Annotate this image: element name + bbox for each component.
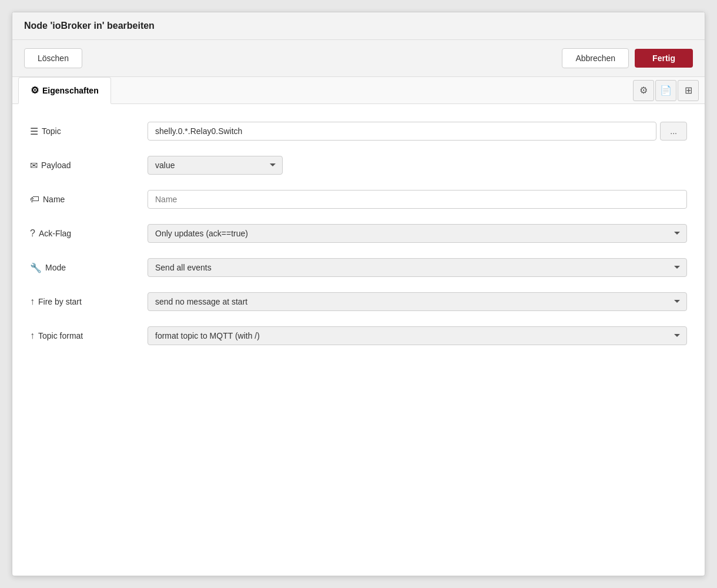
tab-gear-icon: ⚙ [31, 85, 39, 96]
topic-format-label: ↑ Topic format [30, 330, 148, 341]
mode-icon: 🔧 [30, 262, 42, 273]
form-row-ack-flag: ? Ack-Flag Only updates (ack==true) All … [30, 224, 687, 243]
topic-ellipsis-button[interactable]: ... [660, 122, 687, 141]
form-row-name: 🏷 Name [30, 190, 687, 209]
form-row-topic-format: ↑ Topic format format topic to MQTT (wit… [30, 326, 687, 345]
fire-by-start-label: ↑ Fire by start [30, 296, 148, 307]
tabs-actions: ⚙ 📄 ⊞ [633, 80, 699, 101]
dialog-toolbar: Löschen Abbrechen Fertig [12, 40, 705, 77]
fire-by-start-icon: ↑ [30, 296, 35, 307]
dialog-container: Node 'ioBroker in' bearbeiten Löschen Ab… [12, 12, 705, 576]
mode-control-group: Send all events Send only changed Send o… [148, 258, 687, 277]
topic-format-label-text: Topic format [38, 331, 83, 340]
properties-content: ☰ Topic ... ✉ Payload value state json b… [12, 104, 705, 378]
topic-format-icon: ↑ [30, 330, 35, 341]
delete-button[interactable]: Löschen [24, 48, 82, 68]
ack-flag-icon: ? [30, 228, 35, 239]
mode-label: 🔧 Mode [30, 262, 148, 273]
ack-flag-label: ? Ack-Flag [30, 228, 148, 239]
topic-icon: ☰ [30, 126, 38, 137]
payload-control-group: value state json boolean string number [148, 156, 687, 175]
dialog-header: Node 'ioBroker in' bearbeiten [12, 12, 705, 40]
topic-label-text: Topic [42, 126, 61, 136]
done-button[interactable]: Fertig [635, 49, 693, 68]
ack-flag-select[interactable]: Only updates (ack==true) All updates Tru… [148, 224, 687, 243]
payload-label: ✉ Payload [30, 160, 148, 171]
cancel-button[interactable]: Abbrechen [562, 48, 629, 68]
form-row-topic: ☰ Topic ... [30, 122, 687, 141]
fire-by-start-control-group: send no message at start send last known… [148, 292, 687, 311]
form-row-fire-by-start: ↑ Fire by start send no message at start… [30, 292, 687, 311]
mode-label-text: Mode [45, 263, 66, 272]
topic-label: ☰ Topic [30, 126, 148, 137]
tabs-bar: ⚙ Eigenschaften ⚙ 📄 ⊞ [12, 77, 705, 104]
name-label-text: Name [43, 195, 65, 204]
tab-document-btn[interactable]: 📄 [655, 80, 676, 101]
topic-input[interactable] [148, 122, 656, 141]
dialog-title: Node 'ioBroker in' bearbeiten [24, 21, 693, 31]
topic-format-control-group: format topic to MQTT (with /) format top… [148, 326, 687, 345]
tab-label: Eigenschaften [42, 86, 99, 95]
payload-label-text: Payload [41, 161, 71, 170]
name-input[interactable] [148, 190, 687, 209]
form-row-payload: ✉ Payload value state json boolean strin… [30, 156, 687, 175]
topic-format-select[interactable]: format topic to MQTT (with /) format top… [148, 326, 687, 345]
form-row-mode: 🔧 Mode Send all events Send only changed… [30, 258, 687, 277]
name-icon: 🏷 [30, 194, 39, 205]
name-label: 🏷 Name [30, 194, 148, 205]
fire-by-start-select[interactable]: send no message at start send last known… [148, 292, 687, 311]
tab-grid-btn[interactable]: ⊞ [678, 80, 699, 101]
ack-flag-control-group: Only updates (ack==true) All updates Tru… [148, 224, 687, 243]
name-control-group [148, 190, 687, 209]
mode-select[interactable]: Send all events Send only changed Send o… [148, 258, 687, 277]
payload-select[interactable]: value state json boolean string number [148, 156, 283, 175]
payload-icon: ✉ [30, 160, 38, 171]
tab-eigenschaften[interactable]: ⚙ Eigenschaften [18, 77, 111, 104]
tab-settings-btn[interactable]: ⚙ [633, 80, 654, 101]
fire-by-start-label-text: Fire by start [38, 297, 82, 306]
ack-flag-label-text: Ack-Flag [39, 229, 71, 238]
topic-control-group: ... [148, 122, 687, 141]
